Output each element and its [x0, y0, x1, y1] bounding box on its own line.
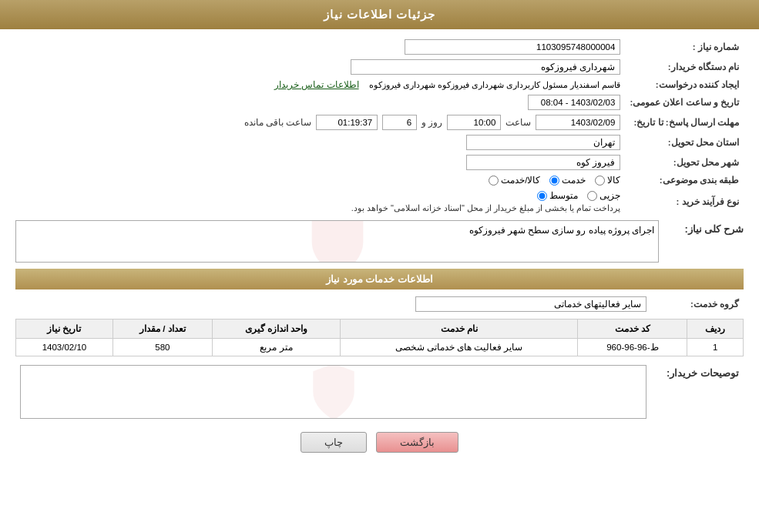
process-motavasset-label: متوسط: [549, 190, 578, 201]
buyer-desc-label: توصیحات خریدار:: [651, 363, 744, 421]
service-group-input[interactable]: [415, 296, 646, 312]
category-kala-khedmat-radio[interactable]: [489, 176, 499, 186]
category-cell: کالا خدمت کالا/خدمت: [15, 172, 625, 188]
province-cell: [15, 132, 625, 152]
row-index: 1: [687, 339, 744, 356]
shield-bg-icon: [299, 220, 376, 263]
process-note: پرداخت تمام یا بخشی از مبلغ خریدار از مح…: [351, 203, 621, 213]
need-number-input[interactable]: [405, 39, 620, 55]
process-jozi-radio[interactable]: [587, 191, 597, 201]
row-code: ط-96-96-960: [578, 339, 687, 356]
announce-label: تاریخ و ساعت اعلان عمومی:: [625, 92, 744, 112]
service-group-table: گروه خدمت:: [15, 294, 744, 314]
process-jozi-label: جزیی: [599, 190, 620, 201]
city-cell: [15, 152, 625, 172]
category-kala-label: کالا: [607, 175, 620, 186]
buyer-org-input[interactable]: [351, 59, 620, 75]
button-row: بازگشت چاپ: [15, 432, 744, 460]
page-header: جزئیات اطلاعات نیاز: [0, 0, 759, 29]
back-button[interactable]: بازگشت: [376, 432, 458, 453]
category-kala-khedmat-item: کالا/خدمت: [489, 175, 540, 186]
col-header-date: تاریخ نیاز: [16, 320, 113, 339]
category-khedmat-item: خدمت: [549, 175, 586, 186]
requester-label: ایجاد کننده درخواست:: [625, 77, 744, 92]
province-label: استان محل تحویل:: [625, 132, 744, 152]
category-label: طبقه بندی موضوعی:: [625, 172, 744, 188]
announce-cell: [15, 92, 625, 112]
col-header-unit: واحد اندازه گیری: [213, 320, 341, 339]
response-deadline-cell: ساعت روز و ساعت باقی مانده: [15, 112, 625, 132]
page-title: جزئیات اطلاعات نیاز: [324, 8, 435, 21]
row-unit: متر مربع: [213, 339, 341, 356]
process-motavasset-item: متوسط: [537, 190, 578, 201]
response-days-label: روز و: [421, 117, 442, 128]
response-date-input[interactable]: [536, 115, 620, 130]
print-button[interactable]: چاپ: [301, 432, 367, 453]
category-kala-item: کالا: [595, 175, 620, 186]
need-number-cell: [15, 37, 625, 57]
process-cell: جزیی متوسط پرداخت تمام یا بخشی از مبلغ خ…: [15, 188, 625, 216]
buyer-org-label: نام دستگاه خریدار:: [625, 57, 744, 77]
general-desc-text: اجرای پروژه پیاده رو سازی سطح شهر فیروزک…: [469, 226, 654, 235]
buyer-org-cell: [15, 57, 625, 77]
general-desc-label2: شرح کلی نیاز:: [667, 220, 744, 235]
process-label: نوع فرآیند خرید :: [625, 188, 744, 216]
contact-link[interactable]: اطلاعات تماس خریدار: [274, 80, 358, 89]
category-khedmat-radio[interactable]: [549, 176, 559, 186]
table-row: 1 ط-96-96-960 سایر فعالیت های خدماتی شخص…: [16, 339, 744, 356]
requester-cell: قاسم اسفندیار مسئول کاربرداری شهرداری فی…: [15, 77, 625, 92]
col-header-row: ردیف: [687, 320, 744, 339]
response-remaining-input[interactable]: [316, 115, 378, 130]
main-info-table: شماره نیاز : نام دستگاه خریدار: ایجاد کن…: [15, 37, 744, 216]
service-group-label: گروه خدمت:: [651, 294, 744, 314]
services-section-title: اطلاعات خدمات مورد نیاز: [15, 269, 744, 289]
services-table: ردیف کد خدمت نام خدمت واحد اندازه گیری ت…: [15, 319, 744, 356]
response-deadline-label: مهلت ارسال پاسخ: تا تاریخ:: [625, 112, 744, 132]
response-time-input[interactable]: [447, 115, 501, 130]
category-kala-radio[interactable]: [595, 176, 605, 186]
buyer-desc-table: توصیحات خریدار:: [15, 363, 744, 421]
need-number-label: شماره نیاز :: [625, 37, 744, 57]
row-date: 1403/02/10: [16, 339, 113, 356]
process-motavasset-radio[interactable]: [537, 191, 547, 201]
buyer-desc-cell: [15, 363, 651, 421]
requester-value: قاسم اسفندیار مسئول کاربرداری شهرداری فی…: [369, 80, 620, 89]
category-kala-khedmat-label: کالا/خدمت: [501, 175, 540, 186]
category-khedmat-label: خدمت: [562, 175, 586, 186]
response-remaining-label: ساعت باقی مانده: [244, 117, 311, 128]
process-jozi-item: جزیی: [587, 190, 620, 201]
service-group-cell: [15, 294, 651, 314]
row-service-name: سایر فعالیت های خدماتی شخصی: [340, 339, 577, 356]
buyer-desc-container: [20, 365, 646, 419]
province-input[interactable]: [466, 135, 620, 150]
col-header-qty: تعداد / مقدار: [113, 320, 212, 339]
response-days-input[interactable]: [382, 115, 417, 130]
city-label: شهر محل تحویل:: [625, 152, 744, 172]
row-qty: 580: [113, 339, 212, 356]
city-input[interactable]: [466, 155, 620, 170]
col-header-name: نام خدمت: [340, 320, 577, 339]
announce-datetime-input[interactable]: [528, 95, 620, 110]
general-desc-container: اجرای پروژه پیاده رو سازی سطح شهر فیروزک…: [15, 220, 659, 263]
buyer-desc-textarea[interactable]: [21, 366, 646, 418]
response-time-label: ساعت: [505, 117, 531, 128]
col-header-code: کد خدمت: [578, 320, 687, 339]
